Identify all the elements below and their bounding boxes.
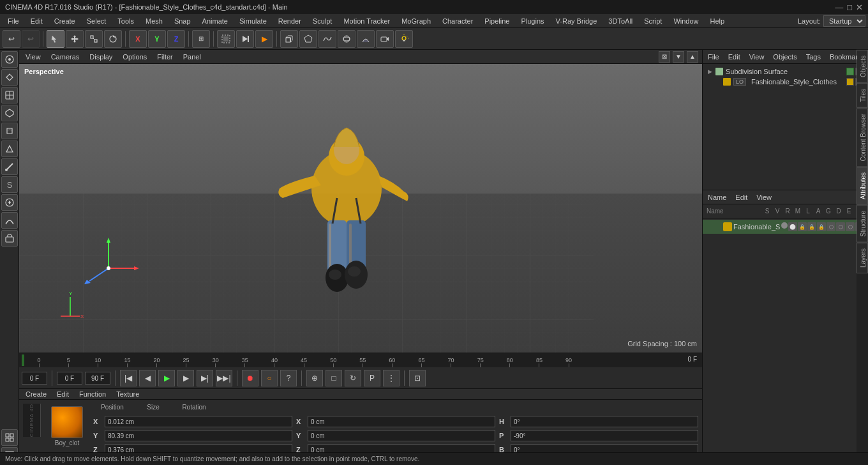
- tab-tiles[interactable]: Tiles: [857, 83, 868, 108]
- menu-snap[interactable]: Snap: [169, 16, 196, 26]
- menu-script[interactable]: Script: [639, 16, 667, 26]
- tab-objects[interactable]: Objects: [857, 50, 868, 83]
- menu-pipeline[interactable]: Pipeline: [479, 16, 514, 26]
- move-tool-button[interactable]: [66, 30, 84, 48]
- menu-sculpt[interactable]: Sculpt: [308, 16, 338, 26]
- viewport-menu-options[interactable]: Options: [120, 52, 149, 62]
- cube-button[interactable]: [280, 30, 298, 48]
- undo-button[interactable]: ↩: [3, 30, 20, 48]
- spline-button[interactable]: [318, 30, 336, 48]
- viewport-up-button[interactable]: ▲: [687, 51, 698, 63]
- left-icon-4[interactable]: [1, 105, 18, 121]
- x-axis-button[interactable]: X: [129, 30, 147, 48]
- redo-button[interactable]: ↩: [22, 30, 40, 48]
- menu-animate[interactable]: Animate: [197, 16, 233, 26]
- lower-obj-icon-6[interactable]: ⬡: [836, 222, 845, 231]
- obj-file[interactable]: File: [705, 52, 722, 62]
- transform-move-button[interactable]: ⊕: [306, 370, 323, 386]
- nurbs-button[interactable]: [338, 30, 355, 48]
- auto-key-button[interactable]: ○: [261, 370, 278, 386]
- position-y-field[interactable]: [105, 430, 292, 441]
- viewport-menu-view[interactable]: View: [23, 52, 43, 62]
- timeline-current-frame[interactable]: [22, 372, 47, 385]
- viewport-menu-cameras[interactable]: Cameras: [49, 52, 82, 62]
- lower-obj-vis-dot[interactable]: [781, 222, 788, 229]
- y-axis-button[interactable]: Y: [148, 30, 166, 48]
- viewport[interactable]: View Cameras Display Options Filter Pane…: [19, 50, 702, 353]
- lower-file[interactable]: Name: [705, 192, 729, 202]
- menu-mograph[interactable]: MoGraph: [396, 16, 436, 26]
- viewport-down-button[interactable]: ▼: [673, 51, 684, 63]
- timeline-end-frame[interactable]: [85, 372, 110, 385]
- lower-view[interactable]: View: [754, 192, 774, 202]
- obj-view[interactable]: View: [747, 52, 767, 62]
- next-frame-button[interactable]: ▶: [177, 370, 194, 386]
- menu-file[interactable]: File: [3, 16, 24, 26]
- menu-simulate[interactable]: Simulate: [234, 16, 272, 26]
- obj-tags[interactable]: Tags: [804, 52, 823, 62]
- obj-edit[interactable]: Edit: [726, 52, 743, 62]
- tab-layers[interactable]: Layers: [857, 243, 868, 273]
- menu-character[interactable]: Character: [437, 16, 478, 26]
- menu-mesh[interactable]: Mesh: [140, 16, 168, 26]
- obj-check-1[interactable]: [846, 68, 854, 75]
- select-tool-button[interactable]: [47, 30, 64, 48]
- mat-texture[interactable]: Texture: [114, 389, 142, 399]
- mat-edit[interactable]: Edit: [54, 389, 71, 399]
- viewport-menu-panel[interactable]: Panel: [181, 52, 204, 62]
- render-region-button[interactable]: [217, 30, 235, 48]
- transform-param-button[interactable]: P: [364, 370, 380, 386]
- menu-tools[interactable]: Tools: [112, 16, 139, 26]
- rotation-h-field[interactable]: [511, 416, 698, 427]
- timeline-expand-button[interactable]: ⊡: [409, 370, 426, 386]
- left-icon-7[interactable]: [1, 158, 18, 175]
- polygon-button[interactable]: [299, 30, 317, 48]
- obj-objects[interactable]: Objects: [770, 52, 799, 62]
- tab-content-browser[interactable]: Content Browser: [857, 108, 868, 167]
- menu-vray[interactable]: V-Ray Bridge: [551, 16, 602, 26]
- camera-button[interactable]: [376, 30, 394, 48]
- go-to-last-button[interactable]: ▶▶|: [216, 370, 232, 386]
- rotate-tool-button[interactable]: [104, 30, 122, 48]
- maximize-button[interactable]: □: [847, 3, 852, 12]
- viewport-menu-display[interactable]: Display: [87, 52, 115, 62]
- menu-edit[interactable]: Edit: [26, 16, 48, 26]
- z-axis-button[interactable]: Z: [167, 30, 185, 48]
- left-icon-5[interactable]: [1, 123, 18, 139]
- clothes-check-1[interactable]: [846, 78, 854, 86]
- left-icon-6[interactable]: [1, 141, 18, 157]
- mat-create[interactable]: Create: [23, 389, 49, 399]
- scale-tool-button[interactable]: [85, 30, 103, 48]
- material-preview[interactable]: [51, 406, 83, 438]
- viewport-canvas[interactable]: Perspective: [19, 64, 702, 353]
- lower-obj-icon-5[interactable]: ⬡: [827, 222, 835, 231]
- menu-render[interactable]: Render: [273, 16, 306, 26]
- left-icon-9[interactable]: [1, 194, 18, 211]
- record-button[interactable]: ⏺: [242, 370, 258, 386]
- transform-rotate-button[interactable]: ↻: [345, 370, 361, 386]
- size-y-field[interactable]: [308, 430, 495, 441]
- transform-scale-button[interactable]: □: [326, 370, 342, 386]
- viewport-expand-button[interactable]: ⊠: [659, 51, 670, 63]
- menu-select[interactable]: Select: [82, 16, 112, 26]
- lower-obj-row-clothes[interactable]: Fashionable_Style_Clothes ⚪ 🔒 🔒 🔒 ⬡ ⬡ ⬡ …: [703, 220, 868, 234]
- lower-edit[interactable]: Edit: [733, 192, 750, 202]
- lower-obj-icon-1[interactable]: ⚪: [788, 222, 797, 231]
- light-button[interactable]: [395, 30, 413, 48]
- tab-attributes[interactable]: Attributes: [857, 167, 868, 205]
- key-sel-button[interactable]: ?: [280, 370, 297, 386]
- left-icon-2[interactable]: [1, 69, 18, 86]
- obj-clothes[interactable]: LO Fashionable_Style_Clothes: [705, 77, 865, 87]
- play-button[interactable]: ▶: [158, 370, 175, 386]
- left-icon-10[interactable]: [1, 212, 18, 229]
- lower-obj-icon-3[interactable]: 🔒: [807, 222, 816, 231]
- menu-create[interactable]: Create: [49, 16, 80, 26]
- transform-all-button[interactable]: ⋮: [383, 370, 400, 386]
- world-coord-button[interactable]: ⊞: [192, 30, 210, 48]
- menu-plugins[interactable]: Plugins: [516, 16, 549, 26]
- left-icon-11[interactable]: [1, 230, 18, 247]
- tab-structure[interactable]: Structure: [857, 205, 868, 243]
- viewport-menu-filter[interactable]: Filter: [154, 52, 175, 62]
- left-icon-3[interactable]: [1, 87, 18, 103]
- deformer-button[interactable]: [357, 30, 375, 48]
